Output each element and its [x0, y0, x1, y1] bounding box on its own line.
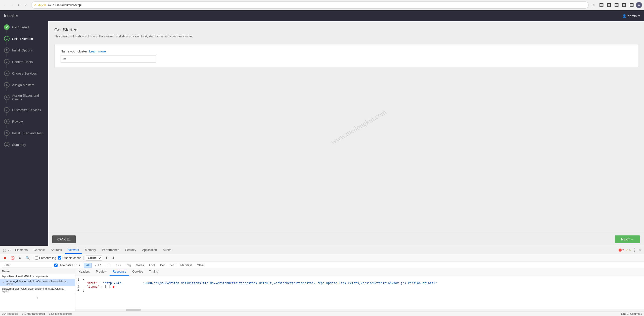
hide-data-urls-label: Hide data URLs: [59, 264, 80, 267]
network-row-2-content: version_definitions?fields=VersionDefini…: [6, 280, 69, 285]
hide-data-urls-checkbox[interactable]: Hide data URLs: [54, 264, 80, 267]
network-list-header: Name: [0, 269, 75, 274]
network-row-2-close[interactable]: ✕: [2, 281, 4, 284]
filter-type-js[interactable]: JS: [104, 263, 112, 268]
refresh-button[interactable]: ↻: [16, 2, 22, 8]
sidebar-item-assign-slaves[interactable]: 6 Assign Slaves and Clients: [0, 91, 48, 104]
step-circle-select-version: 1: [4, 36, 10, 41]
disable-cache-check[interactable]: [58, 256, 61, 260]
sidebar-item-summary[interactable]: 10 Summary: [0, 139, 48, 150]
json-line-3: 3 "items" : [ ]: [77, 285, 642, 288]
footer-position: Line 1, Column 1: [621, 312, 642, 315]
panel-tab-headers[interactable]: Headers: [75, 269, 93, 276]
bookmark-button[interactable]: ☆: [591, 2, 597, 8]
step-circle-assign-masters: 5: [4, 82, 10, 88]
filter-type-other[interactable]: Other: [195, 263, 207, 268]
filter-type-manifest[interactable]: Manifest: [178, 263, 194, 268]
extension-button-1[interactable]: 🔲: [598, 2, 604, 8]
filter-type-ws[interactable]: WS: [168, 263, 177, 268]
tab-security[interactable]: Security: [122, 247, 139, 254]
back-button[interactable]: ←: [2, 2, 8, 8]
clear-button[interactable]: 🚫: [10, 256, 16, 260]
extension-button-5[interactable]: 🔲: [628, 2, 634, 8]
cluster-name-input[interactable]: [61, 55, 156, 62]
browser-chrome: ← → ↻ ⌂ ⚠ 不安全 47. :8080/#/installer/step…: [0, 0, 644, 10]
devtools-toolbar: ⏺ 🚫 ⚙ 🔍 Preserve log Disable cache Onlin…: [0, 254, 644, 262]
filter-toggle-button[interactable]: ⚙: [18, 256, 23, 260]
forward-button[interactable]: →: [9, 2, 15, 8]
tab-elements[interactable]: Elements: [12, 247, 31, 254]
filter-type-font[interactable]: Font: [147, 263, 157, 268]
section-desc: This wizard will walk you through the cl…: [54, 35, 638, 38]
sidebar-item-confirm-hosts[interactable]: 3 Confirm Hosts: [0, 56, 48, 68]
tab-audits[interactable]: Audits: [160, 247, 174, 254]
export-button[interactable]: ⬇: [111, 256, 116, 260]
panel-tab-response[interactable]: Response: [110, 269, 129, 276]
sidebar-item-get-started[interactable]: ✓ Get Started: [0, 21, 48, 33]
network-row-2[interactable]: ✕ version_definitions?fields=VersionDefi…: [0, 279, 75, 286]
devtools-cursor-btn[interactable]: ⬚: [2, 248, 7, 252]
form-label: Name your cluster Learn more: [61, 49, 632, 53]
sidebar-item-install-options[interactable]: 2 Install Options: [0, 44, 48, 56]
preserve-log-check[interactable]: [35, 256, 38, 260]
error-badge: 🔴 2: [618, 248, 624, 252]
sidebar-item-choose-services[interactable]: 4 Choose Services: [0, 68, 48, 79]
panel-tab-cookies[interactable]: Cookies: [129, 269, 146, 276]
tab-application[interactable]: Application: [139, 247, 160, 254]
extension-button-4[interactable]: 🔲: [621, 2, 627, 8]
sidebar-item-review[interactable]: 8 Review: [0, 116, 48, 127]
filter-type-doc[interactable]: Doc: [158, 263, 168, 268]
cancel-button[interactable]: CANCEL: [52, 235, 76, 243]
record-button[interactable]: ⏺: [2, 256, 8, 261]
filter-type-xhr[interactable]: XHR: [92, 263, 103, 268]
user-icon: 👤: [622, 14, 626, 18]
footer-requests: 104 requests: [2, 312, 18, 315]
panel-response-content: 1 { 2 "href" : "http://47. :8080/api/v1/…: [75, 276, 644, 309]
learn-more-link[interactable]: Learn more: [89, 49, 106, 53]
horizontal-scrollbar[interactable]: [75, 309, 644, 311]
scrollbar-thumb[interactable]: [126, 309, 141, 311]
user-menu[interactable]: 👤 admin ▾: [622, 14, 640, 18]
network-row-3[interactable]: clusters?fields=Clusters/provisioning_st…: [0, 286, 75, 294]
tab-sources[interactable]: Sources: [48, 247, 65, 254]
sidebar-item-assign-masters[interactable]: 5 Assign Masters: [0, 79, 48, 91]
tab-performance[interactable]: Performance: [99, 247, 122, 254]
filter-type-css[interactable]: CSS: [112, 263, 123, 268]
devtools-overflow-btn[interactable]: ⋮: [633, 248, 637, 252]
next-button[interactable]: NEXT →: [615, 235, 640, 243]
step-circle-get-started: ✓: [4, 24, 10, 30]
filter-input[interactable]: [2, 263, 52, 268]
sidebar: ✓ Get Started 1 Select Version 2 Install…: [0, 21, 48, 246]
sidebar-label-install-options: Install Options: [12, 48, 33, 52]
sidebar-item-select-version[interactable]: 1 Select Version: [0, 33, 48, 44]
search-button[interactable]: 🔍: [25, 256, 31, 260]
hide-data-urls-check[interactable]: [54, 264, 58, 267]
user-profile-button[interactable]: A: [636, 2, 642, 8]
extension-button-2[interactable]: 🔲: [606, 2, 612, 8]
import-button[interactable]: ⬆: [104, 256, 109, 260]
filter-type-media[interactable]: Media: [133, 263, 146, 268]
tab-console[interactable]: Console: [31, 247, 48, 254]
tab-memory[interactable]: Memory: [82, 247, 99, 254]
filter-type-img[interactable]: Img: [123, 263, 133, 268]
throttle-select[interactable]: Online: [86, 256, 102, 261]
panel-tab-preview[interactable]: Preview: [93, 269, 110, 276]
network-row-1[interactable]: /api/v1/services/AMBARI/components: [0, 274, 75, 279]
extension-button-3[interactable]: 🔲: [613, 2, 619, 8]
disable-cache-checkbox[interactable]: Disable cache: [58, 256, 81, 260]
devtools-main-tabs: ⬚ ▭ Elements Console Sources Network Mem…: [0, 246, 644, 254]
sidebar-item-customize-services[interactable]: 7 Customize Services: [0, 104, 48, 116]
warn-badge: ⚠ 5: [626, 248, 631, 252]
address-bar[interactable]: ⚠ 不安全 47. :8080/#/installer/step1: [31, 2, 589, 9]
preserve-log-label: Preserve log: [39, 256, 56, 260]
devtools-close-button[interactable]: ✕: [639, 248, 642, 252]
sidebar-item-install-start[interactable]: 9 Install, Start and Test: [0, 127, 48, 139]
home-button[interactable]: ⌂: [23, 2, 29, 8]
browser-actions: ☆ 🔲 🔲 🔲 🔲 🔲 A: [591, 2, 642, 8]
panel-tab-timing[interactable]: Timing: [146, 269, 161, 276]
tab-network[interactable]: Network: [65, 247, 82, 254]
devtools-device-btn[interactable]: ▭: [7, 248, 12, 252]
preserve-log-checkbox[interactable]: Preserve log: [35, 256, 56, 260]
filter-type-all[interactable]: All: [84, 263, 92, 268]
sidebar-label-summary: Summary: [12, 143, 26, 147]
